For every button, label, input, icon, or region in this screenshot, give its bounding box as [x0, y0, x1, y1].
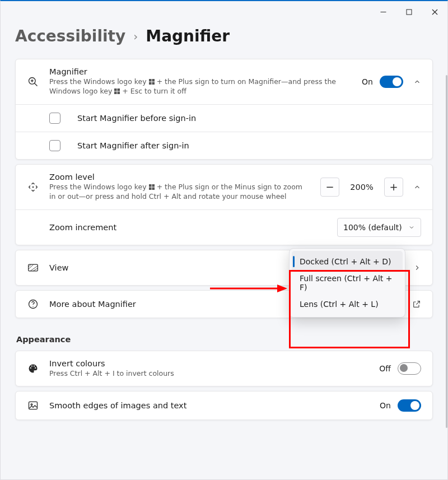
- invert-colours-card: Invert colours Press Ctrl + Alt + I to i…: [15, 351, 433, 387]
- windows-logo-icon: [149, 184, 155, 190]
- chevron-up-icon[interactable]: [413, 183, 421, 191]
- page-title: Magnifier: [146, 27, 230, 45]
- invert-colours-subtitle: Press Ctrl + Alt + I to invert colours: [49, 369, 340, 379]
- svg-rect-14: [114, 91, 117, 94]
- svg-point-23: [32, 306, 33, 306]
- start-after-signin-label: Start Magnifier after sign-in: [77, 141, 189, 150]
- svg-rect-24: [29, 402, 38, 409]
- smooth-toggle-label: On: [380, 401, 391, 410]
- zoom-move-icon: [27, 181, 39, 193]
- svg-line-5: [35, 83, 38, 86]
- magnifier-toggle[interactable]: [380, 76, 403, 88]
- svg-rect-17: [149, 184, 152, 187]
- invert-colours-title: Invert colours: [49, 359, 369, 368]
- zoom-increment-select[interactable]: 100% (default): [337, 218, 421, 237]
- zoom-increment-value: 100% (default): [343, 223, 402, 232]
- smooth-edges-toggle[interactable]: [398, 399, 421, 412]
- svg-rect-19: [149, 187, 152, 190]
- invert-toggle-label: Off: [379, 364, 391, 373]
- zoom-increase-button[interactable]: +: [384, 178, 403, 197]
- view-dropdown: Docked (Ctrl + Alt + D) Full screen (Ctr…: [289, 248, 405, 318]
- zoom-increment-row[interactable]: Zoom increment 100% (default): [16, 209, 432, 245]
- smooth-edges-card: Smooth edges of images and text On: [15, 391, 433, 420]
- chevron-right-icon[interactable]: [413, 264, 421, 272]
- start-before-signin-label: Start Magnifier before sign-in: [77, 114, 196, 123]
- start-before-signin-row[interactable]: Start Magnifier before sign-in: [16, 104, 432, 132]
- magnifier-card: Magnifier Press the Windows logo key + t…: [15, 59, 433, 160]
- chevron-down-icon: [408, 224, 415, 231]
- start-after-signin-checkbox[interactable]: [49, 140, 60, 151]
- magnifier-subtitle: Press the Windows logo key + the Plus si…: [49, 77, 340, 96]
- smooth-edges-row[interactable]: Smooth edges of images and text On: [16, 392, 432, 420]
- windows-logo-icon: [149, 79, 155, 85]
- image-icon: [27, 400, 39, 411]
- chevron-right-icon: ›: [133, 30, 138, 43]
- view-option-fullscreen[interactable]: Full screen (Ctrl + Alt + F): [292, 272, 403, 293]
- svg-point-16: [32, 186, 34, 188]
- breadcrumb: Accessibility › Magnifier: [15, 27, 433, 45]
- magnifier-toggle-label: On: [362, 77, 373, 86]
- svg-rect-8: [149, 79, 152, 82]
- magnifier-title: Magnifier: [49, 67, 352, 76]
- view-option-lens[interactable]: Lens (Ctrl + Alt + L): [292, 293, 403, 315]
- zoom-decrease-button[interactable]: −: [320, 178, 339, 197]
- appearance-section-label: Appearance: [16, 335, 433, 344]
- scrollbar[interactable]: [446, 75, 447, 428]
- external-link-icon[interactable]: [412, 300, 421, 309]
- start-before-signin-checkbox[interactable]: [49, 113, 60, 124]
- zoom-subtitle: Press the Windows logo key + the Plus si…: [49, 183, 310, 202]
- breadcrumb-parent[interactable]: Accessibility: [15, 27, 125, 45]
- zoom-increment-label: Zoom increment: [49, 223, 327, 232]
- palette-icon: [27, 363, 39, 374]
- windows-logo-icon: [114, 88, 120, 94]
- svg-rect-10: [149, 82, 152, 85]
- smooth-edges-title: Smooth edges of images and text: [49, 401, 370, 410]
- invert-colours-row[interactable]: Invert colours Press Ctrl + Alt + I to i…: [16, 351, 432, 386]
- start-after-signin-row[interactable]: Start Magnifier after sign-in: [16, 132, 432, 159]
- invert-colours-toggle[interactable]: [398, 362, 421, 375]
- magnifier-toggle-row[interactable]: Magnifier Press the Windows logo key + t…: [16, 59, 432, 104]
- window-maximize-button[interactable]: [396, 3, 422, 20]
- view-icon: [27, 262, 39, 273]
- zoom-card: Zoom level Press the Windows logo key + …: [15, 164, 433, 245]
- help-icon: [27, 299, 39, 310]
- window-close-button[interactable]: [422, 3, 447, 20]
- view-option-docked[interactable]: Docked (Ctrl + Alt + D): [292, 251, 403, 272]
- window-minimize-button[interactable]: [370, 3, 396, 20]
- svg-point-25: [31, 404, 32, 406]
- view-row[interactable]: View Docked (Ctrl + Alt + D) Full screen…: [16, 250, 432, 285]
- zoom-level-row[interactable]: Zoom level Press the Windows logo key + …: [16, 165, 432, 209]
- zoom-value: 200%: [346, 183, 377, 192]
- magnifier-icon: [27, 76, 39, 87]
- svg-rect-12: [114, 88, 117, 91]
- svg-rect-1: [407, 10, 412, 15]
- zoom-title: Zoom level: [49, 173, 310, 181]
- chevron-up-icon[interactable]: [413, 78, 421, 86]
- view-card: View Docked (Ctrl + Alt + D) Full screen…: [15, 250, 433, 286]
